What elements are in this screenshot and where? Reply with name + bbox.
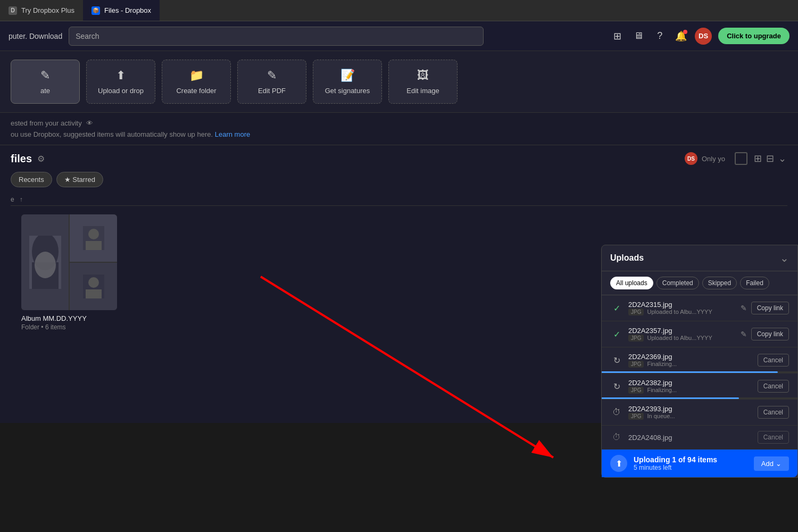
monitor-icon[interactable]: 🖥 (631, 29, 646, 44)
upload-filename-3: 2D2A2369.jpg (628, 353, 752, 361)
progress-bar-3 (602, 371, 797, 373)
upload-main-text: Uploading 1 of 94 items (634, 455, 717, 464)
grid-view-btn[interactable]: ⊞ (753, 152, 763, 165)
progress-bar-fill-3 (602, 371, 778, 373)
edit-image-label: Edit image (406, 87, 439, 95)
svg-rect-9 (86, 289, 102, 298)
edit-image-btn[interactable]: 🖼 Edit image (388, 60, 458, 104)
photo-cell-3 (70, 263, 117, 310)
upload-item-5: ⏱ 2D2A2393.jpg JPG In queue... Cancel (602, 400, 797, 426)
files-title: files (11, 153, 32, 165)
get-signatures-btn[interactable]: 📝 Get signatures (313, 60, 382, 104)
create-label: ate (40, 87, 50, 95)
settings-gear-icon[interactable]: ⚙ (37, 154, 45, 164)
upgrade-button[interactable]: Click to upgrade (718, 28, 789, 44)
tab-label-plus: Try Dropbox Plus (21, 6, 74, 14)
filter-tab-skipped[interactable]: Skipped (702, 277, 737, 289)
svg-rect-6 (86, 241, 102, 250)
bell-icon[interactable]: 🔔 (674, 29, 688, 44)
tab-files-dropbox[interactable]: 📦 Files - Dropbox (83, 0, 160, 21)
upload-badge-2: JPG (628, 335, 644, 342)
suggested-body-text: ou use Dropbox, suggested items will aut… (11, 130, 213, 138)
filter-tab-failed[interactable]: Failed (740, 277, 769, 289)
owner-text: Only yo (702, 155, 725, 163)
grid-icon[interactable]: ⊞ (610, 29, 625, 44)
files-tabs: Recents ★ Starred (11, 172, 787, 187)
tab-icon-dropbox: 📦 (92, 6, 100, 15)
upload-status-icon-5: ⏱ (610, 406, 623, 419)
create-action-btn[interactable]: ✎ ate (11, 60, 80, 104)
edit-link-btn-1[interactable]: ✎ (739, 303, 748, 313)
upload-status-text-1: Uploaded to Albu...YYYY (647, 309, 712, 315)
filter-tab-completed[interactable]: Completed (656, 277, 699, 289)
get-signatures-label: Get signatures (325, 87, 370, 95)
add-chevron-icon: ⌄ (776, 460, 782, 468)
learn-more-link[interactable]: Learn more (215, 130, 250, 138)
file-name-album: Album MM.DD.YYYY (21, 314, 117, 322)
create-folder-label: Create folder (176, 87, 216, 95)
cancel-btn-4[interactable]: Cancel (758, 380, 789, 393)
eye-icon: 👁 (86, 119, 93, 127)
cancel-btn-5[interactable]: Cancel (758, 406, 789, 419)
create-folder-btn[interactable]: 📁 Create folder (162, 60, 231, 104)
upload-status-info: Uploading 1 of 94 items 5 minutes left (634, 455, 717, 471)
pdf-icon: ✎ (267, 69, 277, 82)
avatar[interactable]: DS (695, 28, 712, 45)
svg-point-8 (88, 277, 99, 288)
suggested-section: ested from your activity 👁 ou use Dropbo… (0, 113, 798, 145)
suggested-header: ested from your activity 👁 (11, 119, 787, 127)
upload-meta-3: JPG Finalizing... (628, 361, 752, 368)
search-bar[interactable]: Search (69, 27, 484, 46)
upload-meta-4: JPG Finalizing... (628, 387, 752, 394)
starred-tab[interactable]: ★ Starred (56, 172, 103, 187)
checkbox-view-btn[interactable] (735, 152, 747, 165)
notification-dot (683, 30, 687, 34)
upload-item-info-4: 2D2A2382.jpg JPG Finalizing... (628, 379, 752, 394)
copy-link-btn-2[interactable]: Copy link (751, 328, 789, 340)
collapse-uploads-btn[interactable]: ⌄ (780, 252, 789, 264)
upload-actions-6: Cancel (758, 431, 789, 444)
help-icon[interactable]: ? (652, 29, 667, 44)
recents-tab[interactable]: Recents (11, 172, 52, 187)
upload-badge-5: JPG (628, 413, 644, 420)
cancel-btn-3[interactable]: Cancel (758, 354, 789, 367)
upload-item-info-1: 2D2A2315.jpg JPG Uploaded to Albu...YYYY (628, 301, 734, 315)
add-files-btn[interactable]: Add ⌄ (754, 456, 789, 471)
columns-view-btn[interactable]: ⊟ (765, 152, 775, 165)
file-card-album[interactable]: Album MM.DD.YYYY Folder • 6 items (21, 214, 117, 331)
upload-status-icon-4: ↻ (610, 380, 623, 393)
cancel-btn-6[interactable]: Cancel (758, 431, 789, 444)
files-header: files ⚙ DS Only yo ⊞ ⊟ ⌄ (11, 152, 787, 165)
upload-status-icon-6: ⏱ (610, 431, 623, 444)
copy-link-btn-1[interactable]: Copy link (751, 302, 789, 314)
file-type-label: Folder (21, 323, 39, 331)
upload-actions-1: ✎ Copy link (739, 302, 789, 314)
chevron-view-btn[interactable]: ⌄ (777, 152, 787, 165)
tab-icon-plus: D (9, 6, 17, 15)
upload-meta-1: JPG Uploaded to Albu...YYYY (628, 309, 734, 315)
upload-item-info-2: 2D2A2357.jpg JPG Uploaded to Albu...YYYY (628, 327, 734, 342)
upload-actions-2: ✎ Copy link (739, 328, 789, 340)
suggested-title: ested from your activity (11, 119, 82, 127)
file-count-label: 6 items (45, 323, 66, 331)
upload-action-btn[interactable]: ⬆ Upload or drop (86, 60, 155, 104)
star-icon: ★ (64, 176, 71, 184)
upload-item-6: ⏱ 2D2A2408.jpg Cancel (602, 426, 797, 450)
upload-icon: ⬆ (116, 69, 126, 82)
tab-try-dropbox-plus[interactable]: D Try Dropbox Plus (0, 0, 83, 21)
upload-actions-4: Cancel (758, 380, 789, 393)
suggested-body: ou use Dropbox, suggested items will aut… (11, 130, 787, 138)
upload-badge-1: JPG (628, 309, 644, 315)
file-meta-album: Folder • 6 items (21, 323, 117, 331)
upload-status-bar: ⬆ Uploading 1 of 94 items 5 minutes left… (602, 450, 797, 477)
file-thumbnail-album (21, 214, 117, 310)
create-icon: ✎ (40, 69, 50, 82)
edit-pdf-btn[interactable]: ✎ Edit PDF (237, 60, 306, 104)
edit-link-btn-2[interactable]: ✎ (739, 329, 748, 339)
column-header: e ↑ (11, 194, 787, 206)
upload-status-icon: ⬆ (610, 455, 627, 472)
photo-cell-2 (70, 214, 117, 262)
upload-item-info-6: 2D2A2408.jpg (628, 434, 752, 442)
filter-tab-all[interactable]: All uploads (610, 277, 653, 289)
upload-item-1: ✓ 2D2A2315.jpg JPG Uploaded to Albu...YY… (602, 295, 797, 321)
